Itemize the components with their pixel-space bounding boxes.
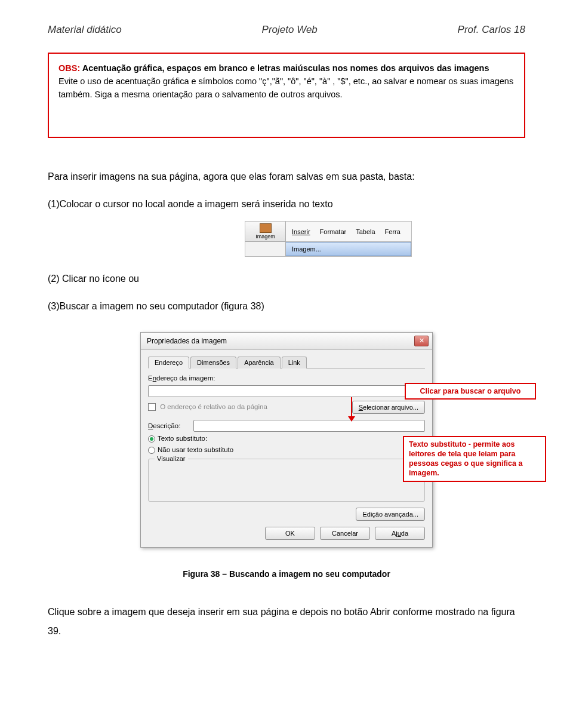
input-image-url[interactable] [148,385,425,397]
submenu-imagem[interactable]: Imagem... [286,242,411,256]
preview-legend: Visualizar [155,455,188,462]
obs-label: OBS: [58,63,80,73]
tab-endereco[interactable]: Endereço [148,357,189,368]
tab-link[interactable]: Link [282,357,307,368]
dialog-title: Propriedades da imagem [147,337,227,345]
advanced-edit-button[interactable]: Edição avançada... [356,508,425,521]
tab-aparencia[interactable]: Aparência [238,357,281,368]
callout-select-file: Clicar para buscar o arquivo [405,383,536,400]
warning-body: Evite o uso de acentuação gráfica e símb… [58,75,515,102]
menu-formatar[interactable]: Formatar [320,228,347,235]
toolbar-image-button[interactable]: Imagem [245,222,286,242]
menu-ferra[interactable]: Ferra [385,228,401,235]
menu-screenshot: Imagem Inserir Formatar Tabela Ferra Ima… [245,221,412,257]
close-icon[interactable]: ✕ [414,336,429,346]
label-endereco: Endereço da imagem: [148,374,215,382]
toolbar-image-label: Imagem [255,234,275,239]
tab-row: Endereço Dimensões Aparência Link [148,356,425,368]
label-descricao: Descrição: [148,422,189,429]
cancel-button[interactable]: Cancelar [320,527,370,540]
ok-button[interactable]: OK [265,527,315,540]
warning-title: Acentuação gráfica, espaços em branco e … [80,63,489,73]
image-icon [260,223,272,233]
checkbox-relative[interactable]: O endereço é relativo ao da página [148,403,267,411]
radio-no-alt-text[interactable]: Não usar texto substituto [148,446,425,454]
page-header: Material didático Projeto Web Prof. Carl… [48,24,525,36]
image-properties-dialog: Propriedades da imagem ✕ Endereço Dimens… [140,332,433,548]
header-center: Projeto Web [262,24,318,36]
menu-inserir[interactable]: Inserir [292,228,310,235]
warning-box: OBS: Acentuação gráfica, espaços em bran… [48,53,525,138]
menubar: Inserir Formatar Tabela Ferra [286,222,411,242]
header-left: Material didático [48,24,122,36]
input-description[interactable] [193,420,425,432]
final-paragraph: Clique sobre a imagem que deseja inserir… [48,603,525,641]
select-file-button[interactable]: Selecionar arquivo... [352,401,425,414]
step-1: (1)Colocar o cursor no local aonde a ima… [48,194,525,214]
step-2: (2) Clicar no ícone ou [48,269,525,289]
intro-paragraph: Para inserir imagens na sua página, agor… [48,167,525,187]
header-right: Prof. Carlos 18 [458,24,525,36]
tab-dimensoes[interactable]: Dimensões [190,357,236,368]
figure-caption: Figura 38 – Buscando a imagem no seu com… [48,569,525,579]
radio-alt-text[interactable]: Texto substituto: [148,435,425,443]
menu-tabela[interactable]: Tabela [356,228,375,235]
help-button[interactable]: Ajuda [375,527,425,540]
step-3: (3)Buscar a imagem no seu computador (fi… [48,296,525,317]
preview-fieldset: Visualizar [148,459,425,502]
callout-alt-text: Texto substituto - permite aos leitores … [403,436,546,482]
